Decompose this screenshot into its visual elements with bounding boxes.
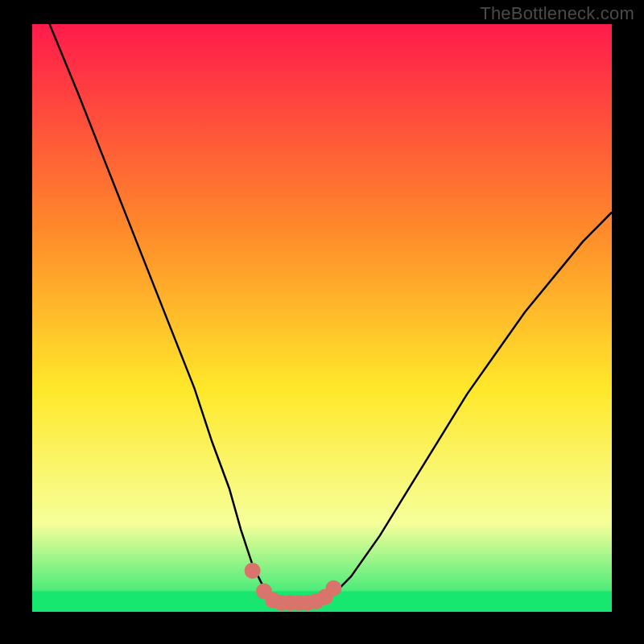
flat-marker-dot (245, 563, 261, 579)
gradient-background (32, 24, 612, 612)
watermark-text: TheBottleneck.com (480, 3, 634, 24)
bottleneck-chart (32, 24, 612, 612)
chart-frame (32, 24, 612, 612)
flat-marker-dot (325, 580, 341, 597)
